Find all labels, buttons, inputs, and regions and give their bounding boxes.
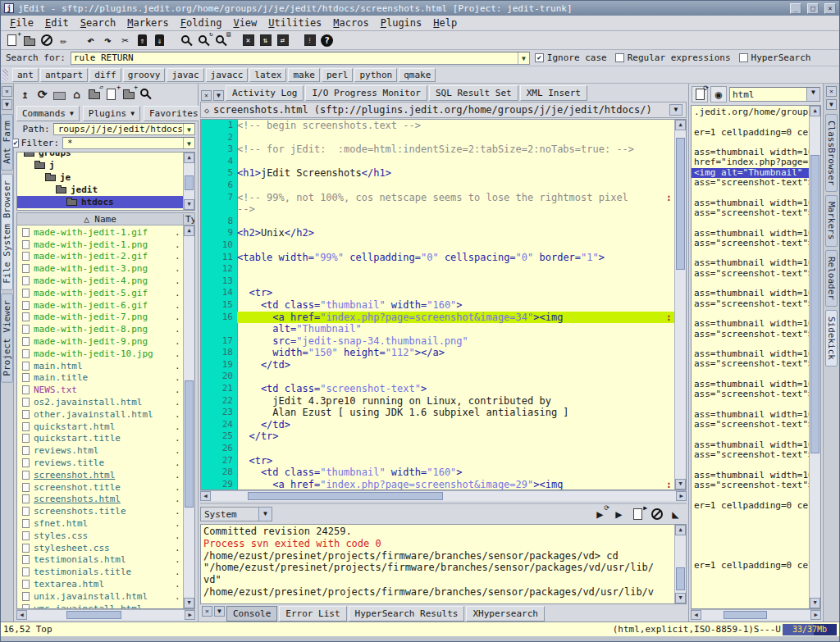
file-row[interactable]: reviews.html. bbox=[17, 444, 183, 457]
tree-scrollbar[interactable]: ▲ ▼ bbox=[183, 153, 194, 210]
structure-node[interactable]: er=1 cellpadding=0 cellspac bbox=[692, 501, 809, 511]
structure-node[interactable]: ass=thumbnail width=160> bbox=[692, 380, 809, 389]
new-directory-icon[interactable]: + bbox=[121, 86, 136, 102]
shell-selector[interactable]: System ▼ bbox=[200, 507, 272, 521]
fsb-menu-plugins[interactable]: Plugins▼ bbox=[83, 106, 140, 121]
file-row[interactable]: unix.javainstall.html. bbox=[17, 590, 183, 603]
sidekick-scrollbar[interactable]: ▲ ▼ bbox=[809, 106, 820, 608]
structure-node[interactable]: ass=thumbnail width=160> bbox=[692, 198, 809, 208]
run-icon[interactable]: ▶ bbox=[611, 507, 627, 522]
mode-button-diff[interactable]: diff bbox=[89, 68, 121, 82]
file-list-header[interactable]: △ Name Ty bbox=[16, 212, 195, 225]
file-row[interactable]: made-with-jedit-4.png. bbox=[17, 275, 183, 287]
structure-node[interactable]: ass="screenshot-text"> bbox=[692, 299, 809, 309]
undo-icon[interactable]: ↶ bbox=[83, 33, 98, 48]
file-row[interactable]: NEWS.txt. bbox=[17, 384, 183, 396]
mode-button-antpart[interactable]: antpart bbox=[40, 68, 88, 82]
structure-node[interactable]: .jedit.org/home/groups/j/je, bbox=[692, 107, 809, 117]
structure-node[interactable]: ass="screenshot-text"> bbox=[692, 480, 809, 490]
structure-node[interactable]: ass="screenshot-text"> bbox=[692, 269, 809, 279]
open-file-icon[interactable] bbox=[21, 33, 37, 48]
structure-node[interactable]: ass="screenshot-text"> bbox=[692, 450, 809, 460]
run-buffer-icon[interactable]: ▶ bbox=[630, 507, 646, 522]
dock-tab-reloader[interactable]: Reloader bbox=[825, 250, 838, 307]
tree-node-groups[interactable]: groups bbox=[17, 152, 183, 159]
close-buffer-icon[interactable] bbox=[39, 33, 54, 48]
option-regular-expressions[interactable]: Regular expressions bbox=[615, 52, 731, 63]
menu-markers[interactable]: Markers bbox=[121, 16, 175, 30]
top-dock-menu-icon[interactable]: ▼ bbox=[213, 90, 224, 101]
file-row[interactable]: styles.css. bbox=[17, 530, 183, 542]
file-row[interactable]: other.javainstall.html. bbox=[17, 408, 183, 421]
file-row[interactable]: made-with-jedit-9.png. bbox=[17, 335, 183, 348]
new-file-icon[interactable]: + bbox=[103, 86, 119, 102]
structure-node[interactable]: ass=thumbnail width=160> bbox=[692, 319, 809, 329]
file-row[interactable]: screenshot.title. bbox=[17, 481, 183, 494]
clear-icon[interactable]: ◣ bbox=[668, 507, 683, 522]
structure-node[interactable]: ass="screenshot-text"> bbox=[692, 208, 809, 218]
structure-node[interactable] bbox=[692, 117, 809, 127]
file-list-scrollbar[interactable]: ▲ ▼ bbox=[183, 225, 194, 608]
dock-tab-classbrowser[interactable]: ClassBrowser bbox=[825, 114, 838, 192]
parent-directory-icon[interactable]: ↥ bbox=[17, 86, 33, 102]
menu-utilities[interactable]: Utilities bbox=[262, 16, 327, 30]
search-in-directory-icon[interactable] bbox=[138, 86, 153, 102]
structure-node[interactable]: href="index.php?page=screen bbox=[692, 157, 809, 167]
structure-node[interactable] bbox=[692, 370, 809, 380]
file-row[interactable]: stylesheet.css. bbox=[17, 542, 183, 554]
file-row[interactable]: screenshots.html. bbox=[17, 494, 183, 506]
mode-button-make[interactable]: make bbox=[288, 68, 320, 82]
mode-button-javacc[interactable]: javacc bbox=[206, 68, 249, 82]
tree-node-je[interactable]: je bbox=[17, 171, 183, 184]
dock-tab-sql-result-set[interactable]: SQL Result Set bbox=[429, 85, 518, 101]
find-icon[interactable] bbox=[179, 33, 194, 48]
save-icon[interactable]: ✏ bbox=[56, 33, 71, 48]
left-dock-close-icon[interactable]: ✕ bbox=[2, 86, 12, 97]
structure-node[interactable] bbox=[692, 460, 809, 470]
structure-node[interactable]: ass="screenshot-text"> bbox=[692, 359, 809, 369]
structure-node[interactable] bbox=[692, 490, 809, 500]
file-row[interactable]: sfnet.html. bbox=[17, 517, 183, 530]
dock-tab-xml-insert[interactable]: XML Insert bbox=[520, 85, 587, 101]
bottom-dock-menu-icon[interactable]: ▼ bbox=[214, 606, 225, 617]
top-dock-close-icon[interactable]: ✕ bbox=[201, 90, 212, 101]
structure-node[interactable]: ass=thumbnail width=160> bbox=[692, 349, 809, 359]
maximize-button[interactable]: □ bbox=[807, 3, 819, 14]
search-in-directory-icon[interactable]: ▤ bbox=[213, 33, 229, 48]
filter-combo[interactable]: * ▼ bbox=[62, 137, 195, 149]
structure-node[interactable] bbox=[692, 279, 809, 289]
tree-node-htdocs[interactable]: htdocs bbox=[17, 196, 183, 208]
structure-node[interactable]: ass=thumbnail width=160> bbox=[692, 258, 809, 268]
structure-node[interactable]: ass="screenshot-text"> bbox=[692, 239, 809, 248]
console-output[interactable]: Committed revision 24259.Process svn exi… bbox=[201, 525, 674, 603]
structure-node[interactable] bbox=[692, 430, 809, 440]
structure-node[interactable] bbox=[692, 400, 809, 410]
menu-help[interactable]: Help bbox=[427, 16, 463, 30]
structure-node[interactable]: ass="screenshot-text"> bbox=[692, 330, 809, 339]
dock-tab-file-system-browser[interactable]: File System Browser bbox=[1, 174, 13, 290]
menu-plugins[interactable]: Plugins bbox=[375, 16, 428, 30]
structure-node[interactable] bbox=[692, 339, 809, 349]
follow-caret-icon[interactable]: ◉ bbox=[711, 87, 726, 102]
mode-button-latex[interactable]: latex bbox=[249, 68, 286, 82]
home-directory-icon[interactable]: ⌂ bbox=[69, 86, 84, 102]
dock-tab-error-list[interactable]: Error List bbox=[279, 606, 346, 622]
structure-node[interactable]: ass=thumbnail width=160> bbox=[692, 410, 809, 420]
option-ignore-case[interactable]: ✔Ignore case bbox=[535, 52, 607, 63]
structure-node[interactable]: ass=thumbnail width=160> bbox=[692, 229, 809, 239]
hypersearch-checkbox[interactable] bbox=[739, 53, 748, 62]
reload-directory-icon[interactable]: ⟳ bbox=[34, 86, 50, 102]
file-row[interactable]: vms.javainstall.html. bbox=[17, 603, 183, 608]
file-row[interactable]: os2.javainstall.html. bbox=[17, 396, 183, 408]
console-scrollbar[interactable]: ▲ ▼ bbox=[674, 525, 686, 603]
option-hypersearch[interactable]: HyperSearch bbox=[739, 52, 811, 63]
file-row[interactable]: screenshots.title. bbox=[17, 505, 183, 517]
structure-node[interactable]: <img alt="Thumbnail" height bbox=[692, 168, 809, 178]
structure-node[interactable]: er=1 cellpadding=0 cellspac bbox=[692, 561, 809, 571]
refresh-parse-icon[interactable]: ⟳ bbox=[692, 87, 707, 102]
left-dock-menu-icon[interactable]: ▼ bbox=[2, 99, 12, 110]
file-row[interactable]: screenshot.html. bbox=[17, 469, 183, 481]
shell-dropdown-icon[interactable]: ▼ bbox=[258, 508, 272, 521]
file-row[interactable]: made-with-jedit-6.gif. bbox=[17, 299, 183, 312]
type-column-header[interactable]: Ty bbox=[183, 214, 194, 225]
